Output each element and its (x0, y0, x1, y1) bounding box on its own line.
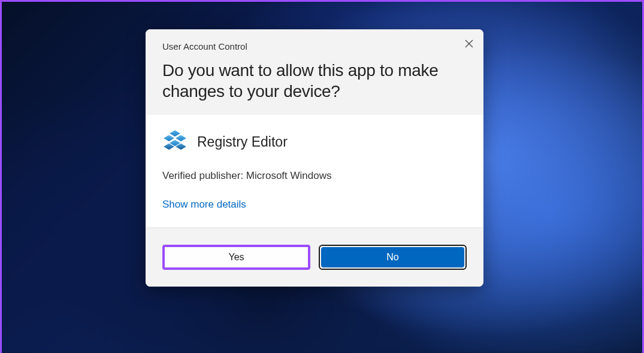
dialog-body: Registry Editor Verified publisher: Micr… (146, 115, 483, 227)
close-icon (465, 39, 473, 48)
no-button-focus-ring: No (319, 245, 467, 270)
yes-button[interactable]: Yes (162, 245, 310, 270)
publisher-info: Verified publisher: Microsoft Windows (162, 170, 467, 182)
uac-dialog: User Account Control Do you want to allo… (146, 29, 483, 287)
registry-editor-icon (162, 129, 188, 154)
close-button[interactable] (463, 38, 475, 50)
dialog-footer: Yes No (146, 227, 483, 287)
dialog-header: User Account Control Do you want to allo… (146, 29, 483, 115)
dialog-title: User Account Control (162, 41, 467, 51)
app-name: Registry Editor (197, 134, 288, 150)
dialog-question: Do you want to allow this app to make ch… (162, 60, 467, 102)
no-button[interactable]: No (321, 247, 464, 267)
app-identity-row: Registry Editor (162, 129, 467, 154)
show-details-link[interactable]: Show more details (162, 199, 467, 211)
